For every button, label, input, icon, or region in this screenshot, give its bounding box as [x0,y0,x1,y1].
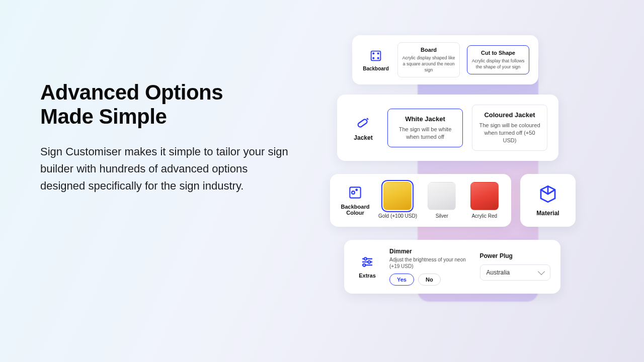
material-card[interactable]: Material [520,174,576,227]
option-title: Coloured Jacket [478,111,541,119]
dimmer-no-button[interactable]: No [418,274,441,286]
extras-icon-col: Extras [354,254,380,279]
option-desc: The sign will be coloured when turned of… [478,122,541,144]
backboard-option-cut-to-shape[interactable]: Cut to Shape Acrylic display that follow… [467,45,529,74]
hero-body: Sign Customiser makes it simple to tailo… [40,143,292,195]
jacket-card: Jacket White Jacket The sign will be whi… [337,95,558,161]
power-plug-block: Power Plug Australia [480,252,550,281]
option-title: Board [402,47,455,53]
dimmer-desc: Adjust the brightness of your neon (+19 … [389,256,471,269]
svg-point-1 [373,53,374,54]
option-desc: Acrylic display that follows the shape o… [471,58,525,70]
backboard-colour-label: Backboard Colour [339,204,371,216]
swatch-acrylic-red[interactable] [470,182,499,210]
jacket-option-coloured[interactable]: Coloured Jacket The sign will be coloure… [472,105,547,151]
hero-title-line2: Made Simple [40,105,167,128]
option-desc: The sign will be white when turned off [394,126,456,141]
swatch-gold-label: Gold (+100 USD) [378,213,417,219]
svg-point-2 [378,53,379,54]
power-plug-select[interactable]: Australia [480,264,550,281]
svg-point-15 [363,264,365,266]
colour-material-row: Backboard Colour Gold (+100 USD) Silver … [330,174,604,227]
backboard-icon [369,49,383,63]
svg-rect-5 [357,118,368,127]
svg-point-11 [364,258,367,260]
swatch-gold-col: Gold (+100 USD) [378,182,417,219]
material-label: Material [536,210,559,217]
option-desc: Acrylic display shaped like a square aro… [402,55,455,73]
swatch-silver[interactable] [428,182,456,210]
svg-point-4 [378,57,379,58]
jacket-icon-col: Jacket [348,115,378,141]
extras-card: Extras Dimmer Adjust the brightness of y… [344,240,560,294]
backboard-label: Backboard [363,66,389,71]
option-title: Cut to Shape [471,50,525,56]
power-plug-title: Power Plug [480,252,550,259]
swatch-red-label: Acrylic Red [471,213,497,219]
svg-line-6 [367,118,368,120]
jacket-label: Jacket [354,135,372,141]
backboard-colour-card: Backboard Colour Gold (+100 USD) Silver … [330,174,511,227]
backboard-colour-icon-col: Backboard Colour [339,185,371,216]
swatch-silver-col: Silver [424,182,460,219]
options-stage: Backboard Board Acrylic display shaped l… [332,35,604,294]
hero-copy: Advanced Options Made Simple Sign Custom… [40,80,292,195]
dimmer-toggle: Yes No [389,274,471,286]
backboard-icon-col: Backboard [361,49,390,71]
sliders-icon [360,254,375,269]
hero-title-line1: Advanced Options [40,80,223,104]
jacket-option-white[interactable]: White Jacket The sign will be white when… [387,109,463,147]
dimmer-title: Dimmer [389,248,471,255]
power-plug-value: Australia [487,269,510,276]
option-title: White Jacket [394,115,456,123]
svg-point-13 [368,261,370,263]
swatch-silver-label: Silver [436,213,448,219]
jacket-icon [355,115,372,132]
palette-icon [347,185,363,201]
svg-point-8 [352,191,355,194]
svg-point-9 [356,190,357,191]
svg-point-3 [373,57,374,58]
dimmer-block: Dimmer Adjust the brightness of your neo… [389,248,471,286]
swatch-gold[interactable] [383,182,412,210]
swatch-red-col: Acrylic Red [466,182,502,219]
dimmer-yes-button[interactable]: Yes [389,274,414,286]
chevron-down-icon [538,268,545,275]
cube-icon [537,184,558,205]
backboard-card: Backboard Board Acrylic display shaped l… [352,35,538,84]
backboard-option-board[interactable]: Board Acrylic display shaped like a squa… [397,42,460,77]
extras-label: Extras [359,273,376,279]
svg-rect-0 [371,51,381,60]
hero-title: Advanced Options Made Simple [40,80,292,129]
